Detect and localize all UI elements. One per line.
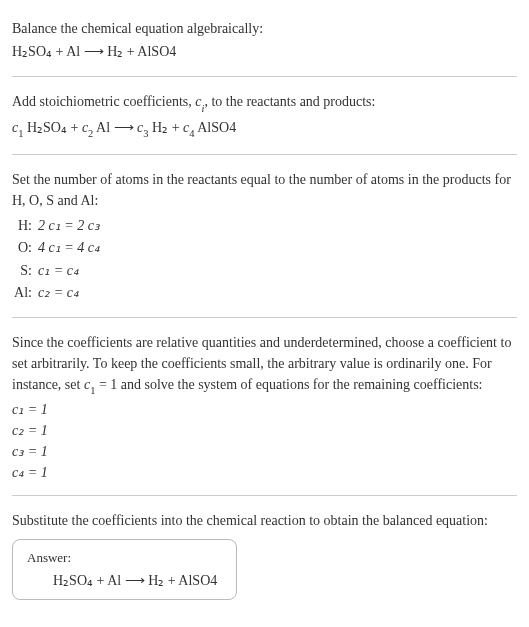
c4s: 4: [189, 128, 194, 139]
atom-balance-intro: Set the number of atoms in the reactants…: [12, 169, 517, 211]
atom-eq: 4 c₁ = 4 c₄: [38, 237, 517, 259]
solve-intro-b: = 1 and solve the system of equations fo…: [95, 377, 482, 392]
answer-equation: H₂SO₄ + Al ⟶ H₂ + AlSO4: [27, 572, 222, 589]
atom-eq: c₁ = c₄: [38, 260, 517, 282]
atom-row-s: S: c₁ = c₄: [14, 260, 517, 282]
divider: [12, 154, 517, 155]
section-solve: Since the coefficients are relative quan…: [12, 322, 517, 492]
section-stoichiometric: Add stoichiometric coefficients, ci, to …: [12, 81, 517, 150]
atom-label: Al:: [14, 282, 38, 304]
coeff-list: c₁ = 1 c₂ = 1 c₃ = 1 c₄ = 1: [12, 399, 517, 483]
coeff-c2: c₂ = 1: [12, 420, 517, 441]
c1s: 1: [18, 128, 23, 139]
r1: H₂SO₄ +: [23, 120, 81, 135]
atom-label: H:: [14, 215, 38, 237]
r2: Al ⟶: [93, 120, 137, 135]
solve-intro: Since the coefficients are relative quan…: [12, 332, 517, 398]
coeff-c3: c₃ = 1: [12, 441, 517, 462]
balance-title: Balance the chemical equation algebraica…: [12, 18, 517, 39]
r3: H₂ +: [149, 120, 184, 135]
answer-box: Answer: H₂SO₄ + Al ⟶ H₂ + AlSO4: [12, 539, 237, 600]
divider: [12, 495, 517, 496]
divider: [12, 76, 517, 77]
section-substitute: Substitute the coefficients into the che…: [12, 500, 517, 608]
answer-label: Answer:: [27, 550, 222, 566]
r4: AlSO4: [195, 120, 237, 135]
atom-table: H: 2 c₁ = 2 c₃ O: 4 c₁ = 4 c₄ S: c₁ = c₄…: [14, 215, 517, 305]
stoich-intro-a: Add stoichiometric coefficients,: [12, 94, 195, 109]
atom-eq: 2 c₁ = 2 c₃: [38, 215, 517, 237]
atom-row-h: H: 2 c₁ = 2 c₃: [14, 215, 517, 237]
c3s: 3: [143, 128, 148, 139]
coeff-c4: c₄ = 1: [12, 462, 517, 483]
c2s: 2: [88, 128, 93, 139]
divider: [12, 317, 517, 318]
stoich-intro-b: , to the reactants and products:: [204, 94, 375, 109]
stoich-equation: c1 H₂SO₄ + c2 Al ⟶ c3 H₂ + c4 AlSO4: [12, 117, 517, 141]
original-equation: H₂SO₄ + Al ⟶ H₂ + AlSO4: [12, 41, 517, 62]
coeff-c1: c₁ = 1: [12, 399, 517, 420]
section-atom-balance: Set the number of atoms in the reactants…: [12, 159, 517, 313]
section-balance-intro: Balance the chemical equation algebraica…: [12, 8, 517, 72]
atom-eq: c₂ = c₄: [38, 282, 517, 304]
stoich-intro: Add stoichiometric coefficients, ci, to …: [12, 91, 517, 115]
ci-sub: i: [201, 103, 204, 114]
substitute-intro: Substitute the coefficients into the che…: [12, 510, 517, 531]
atom-row-o: O: 4 c₁ = 4 c₄: [14, 237, 517, 259]
solve-c1s: 1: [90, 385, 95, 396]
atom-label: S:: [14, 260, 38, 282]
atom-label: O:: [14, 237, 38, 259]
atom-row-al: Al: c₂ = c₄: [14, 282, 517, 304]
